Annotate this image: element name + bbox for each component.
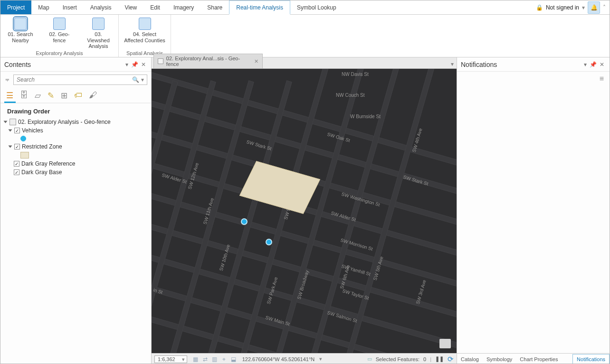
expand-icon[interactable] — [9, 146, 12, 148]
dot-symbol-icon — [20, 136, 26, 141]
notifications-title: Notifications — [461, 61, 582, 68]
document-tabbar: 02. Exploratory Anal...sis - Geo-fence ✕… — [152, 57, 457, 69]
road-label: W Burnside St — [350, 114, 381, 119]
list-order-icon[interactable]: ☰ — [6, 91, 13, 101]
ribbon-label: 03. Viewshed Analysis — [83, 31, 114, 49]
ribbon-viewshed[interactable]: 03. Viewshed Analysis — [83, 17, 114, 49]
search-box[interactable]: 🔍 ▾ — [13, 75, 147, 85]
menu-project[interactable]: Project — [0, 0, 31, 14]
signin-text[interactable]: Not signed in — [546, 4, 579, 11]
statusbar-divider: | — [430, 356, 431, 362]
bottom-tab-chartprops[interactable]: Chart Properties — [516, 355, 562, 364]
tree-layer-restricted[interactable]: ✓ Restricted Zone — [4, 142, 148, 151]
bottom-tab-notifications[interactable]: Notifications — [572, 354, 610, 364]
basemap-icon[interactable] — [439, 339, 451, 348]
bell-icon[interactable]: 🔔 — [588, 1, 600, 14]
scale-selector[interactable]: 1:6,362 — [154, 355, 187, 363]
selection-icon[interactable]: ▱ — [35, 91, 41, 101]
search-icon[interactable]: 🔍 — [132, 76, 139, 83]
ribbon-geofence[interactable]: 02. Geo-fence — [44, 17, 75, 49]
tab-close-icon[interactable]: ✕ — [254, 58, 258, 65]
ribbon-select-affected[interactable]: 04. Select Affected Counties — [124, 17, 166, 43]
bottom-tab-bar: Catalog Symbology Chart Properties Notif… — [457, 353, 610, 364]
tree-root-label: 02. Exploratory Analysis - Geo-fence — [18, 119, 111, 125]
sb-icon[interactable]: ▥ — [211, 355, 219, 363]
collapse-ribbon-icon[interactable]: ˄ — [603, 4, 606, 11]
bottom-tab-symbology[interactable]: Symbology — [483, 355, 516, 364]
contents-panel: Contents ▾ 📌 ✕ ⫧ 🔍 ▾ ☰ 🗄 ▱ ✎ ⊞ 🏷 🖌 Drawi… — [0, 57, 152, 364]
pause-icon[interactable]: ❚❚ — [435, 356, 444, 362]
close-icon[interactable]: ✕ — [140, 61, 147, 68]
vehicle-point[interactable] — [266, 239, 272, 245]
menu-insert[interactable]: Insert — [56, 0, 84, 14]
bottom-tab-catalog[interactable]: Catalog — [457, 355, 483, 364]
menu-realtime-analysis[interactable]: Real-time Analysis — [229, 0, 290, 15]
menu-symbol-lookup[interactable]: Symbol Lookup — [290, 0, 343, 14]
square-icon — [139, 18, 151, 30]
filter-icon[interactable]: ⫧ — [4, 76, 10, 84]
search-input[interactable] — [17, 76, 132, 83]
rect-symbol-icon — [20, 152, 29, 159]
tree-symbol-restricted[interactable] — [4, 151, 148, 159]
layer-label: Restricted Zone — [22, 143, 62, 150]
vehicle-point[interactable] — [241, 218, 248, 225]
checkbox[interactable]: ✓ — [14, 128, 20, 133]
signin-caret-icon[interactable]: ▾ — [582, 4, 585, 11]
menu-imagery[interactable]: Imagery — [167, 0, 200, 14]
sb-icon[interactable]: ⇄ — [201, 355, 209, 363]
square-icon — [14, 18, 27, 30]
search-caret-icon[interactable]: ▾ — [139, 76, 144, 83]
expand-icon[interactable] — [9, 130, 12, 132]
checkbox[interactable]: ✓ — [14, 169, 19, 175]
menu-edit[interactable]: Edit — [143, 0, 167, 14]
panel-menu-icon[interactable]: ▾ — [582, 61, 588, 68]
document-tab[interactable]: 02. Exploratory Anal...sis - Geo-fence ✕ — [153, 54, 263, 68]
tree-layer-darkbase[interactable]: ✓ Dark Gray Base — [4, 168, 148, 177]
menu-analysis[interactable]: Analysis — [84, 0, 118, 14]
tab-label: 02. Exploratory Anal...sis - Geo-fence — [166, 56, 251, 67]
selected-label: Selected Features: — [376, 356, 419, 362]
menu-view[interactable]: View — [118, 0, 143, 14]
layer-label: Vehicles — [22, 127, 43, 134]
checkbox[interactable]: ✓ — [14, 161, 19, 167]
square-icon — [92, 18, 105, 30]
expand-icon[interactable] — [4, 121, 8, 123]
snap-icon[interactable]: ⊞ — [61, 91, 67, 101]
sb-icon[interactable]: ⌖ — [220, 355, 228, 363]
datasource-icon[interactable]: 🗄 — [20, 91, 28, 101]
menubar-spacer — [343, 0, 536, 14]
ribbon-label: 01. Search Nearby — [5, 31, 36, 43]
paint-icon[interactable]: 🖌 — [89, 91, 97, 101]
contents-toolbar: ☰ 🗄 ▱ ✎ ⊞ 🏷 🖌 — [0, 88, 151, 103]
close-icon[interactable]: ✕ — [598, 61, 606, 68]
menubar-right: 🔒 Not signed in ▾ 🔔 ˄ — [536, 0, 610, 14]
ribbon-label: 04. Select Affected Counties — [124, 31, 166, 43]
pin-icon[interactable]: 📌 — [588, 61, 598, 68]
pin-icon[interactable]: 📌 — [130, 61, 140, 68]
menu-map[interactable]: Map — [31, 0, 56, 14]
square-icon — [53, 18, 66, 30]
panel-menu-icon[interactable]: ▾ — [124, 61, 130, 68]
selected-icon[interactable]: ▭ — [367, 356, 372, 362]
tab-dropdown-icon[interactable]: ▾ — [448, 60, 457, 68]
hamburger-icon[interactable]: ≡ — [457, 72, 610, 86]
checkbox[interactable]: ✓ — [14, 144, 20, 149]
ribbon: 01. Search Nearby 02. Geo-fence 03. View… — [0, 15, 610, 57]
notifications-body — [457, 86, 610, 353]
sb-icon[interactable]: ⬓ — [230, 355, 238, 363]
main-area: Contents ▾ 📌 ✕ ⫧ 🔍 ▾ ☰ 🗄 ▱ ✎ ⊞ 🏷 🖌 Drawi… — [0, 57, 610, 364]
coords-caret-icon[interactable]: ▾ — [319, 356, 322, 362]
selected-count: 0 — [423, 356, 426, 362]
edit-icon[interactable]: ✎ — [48, 91, 54, 101]
tree-layer-vehicles[interactable]: ✓ Vehicles — [4, 126, 148, 135]
tree-symbol-vehicles[interactable] — [4, 135, 148, 142]
ribbon-search-nearby[interactable]: 01. Search Nearby — [5, 17, 36, 49]
menu-share[interactable]: Share — [200, 0, 229, 14]
tree-layer-darkref[interactable]: ✓ Dark Gray Reference — [4, 159, 148, 168]
label-icon[interactable]: 🏷 — [74, 91, 82, 101]
refresh-icon[interactable]: ⟳ — [448, 355, 454, 364]
sb-icon[interactable]: ▦ — [192, 355, 200, 363]
map-canvas[interactable]: NW Davis St NW Couch St W Burnside St SW… — [152, 69, 457, 353]
menu-bar: Project Map Insert Analysis View Edit Im… — [0, 0, 610, 15]
tree-root-row[interactable]: 02. Exploratory Analysis - Geo-fence — [4, 118, 148, 126]
